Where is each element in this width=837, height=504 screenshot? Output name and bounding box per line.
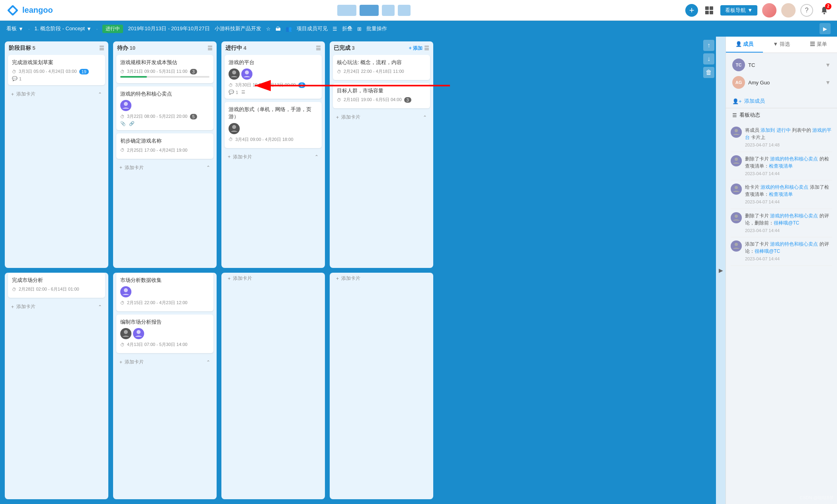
right-up-button[interactable]: ↑	[703, 40, 714, 51]
user-avatar-1[interactable]	[762, 3, 776, 18]
member-tc-filter-icon[interactable]: ▼	[825, 62, 831, 68]
panel-toggle-button[interactable]: ▶	[716, 37, 726, 504]
logo[interactable]: leangoo	[6, 4, 62, 17]
board-chevron-icon: ▼	[18, 26, 23, 32]
svg-rect-3	[710, 6, 713, 10]
activity-link-1b[interactable]: 进行中	[776, 127, 791, 133]
activity-link-1a[interactable]: 添加到	[761, 127, 775, 133]
card-game-cost-time: 3月21日 09:00 - 5月31日 11:00	[127, 68, 188, 74]
card-complete-game-plan-comment-count: 1	[19, 76, 22, 81]
card-core-gameplay[interactable]: 核心玩法: 概念，流程，内容 ⏱ 2月24日 22:00 - 4月18日 11:…	[333, 55, 430, 80]
right-trash-button[interactable]: 🗑	[703, 67, 714, 78]
activity-list: 将成员 添加到 进行中 列表中的 游戏的平台 卡片上 2023-04-07 14…	[726, 122, 837, 504]
column-done-title: 已完成 3	[334, 45, 355, 52]
card-game-platform-avatar-1	[229, 68, 240, 80]
activity-link-2a[interactable]: 游戏的特色和核心卖点	[770, 156, 818, 162]
add-card-done-2[interactable]: + 添加卡片	[333, 273, 430, 284]
add-card-in-progress[interactable]: + 添加卡片 ⌃	[225, 151, 322, 163]
add-card-in-progress-2[interactable]: + 添加卡片	[225, 273, 322, 284]
card-game-name-meta: ⏱ 2月25日 17:00 - 4月24日 19:00	[120, 147, 209, 153]
card-core-gameplay-title: 核心玩法: 概念，流程，内容	[337, 59, 426, 66]
fold-label[interactable]: 折叠	[342, 25, 352, 32]
header-tab-1[interactable]	[337, 5, 356, 16]
header-tab-3[interactable]	[382, 5, 395, 16]
help-button[interactable]: ?	[800, 4, 813, 17]
add-card-stage-goals-2[interactable]: + 添加卡片 ⌃	[8, 301, 105, 313]
member-amy-filter-icon[interactable]: ▼	[825, 79, 831, 86]
card-game-features-links: 📎 🔗	[120, 121, 209, 126]
card-data-collection[interactable]: 市场分析数据收集 ⏱ 2月15日 22:00 - 4月23日 12:00	[116, 273, 213, 311]
add-card-done[interactable]: + 添加卡片 ⌃	[333, 111, 430, 123]
activity-link-3b[interactable]: 检查项清单	[769, 191, 793, 197]
activity-time-1: 2023-04-07 14:48	[745, 142, 832, 148]
activity-link-5b[interactable]: 很棒哦@TC	[755, 248, 780, 254]
add-button[interactable]: +	[685, 4, 698, 17]
member-amy-avatar: AG	[732, 76, 745, 89]
card-target-audience[interactable]: 目标人群，市场容量 ⏱ 2月10日 19:00 - 6月5日 04:00 3	[333, 83, 430, 108]
activity-link-2b[interactable]: 检查项清单	[769, 163, 793, 169]
tab-filter[interactable]: ▼ 筛选	[763, 37, 800, 53]
tab-members-label: 成员	[743, 41, 753, 47]
tab-members[interactable]: 👤 成员	[726, 37, 763, 53]
header-tab-4[interactable]	[398, 5, 411, 16]
column-in-progress-menu-icon[interactable]: ☰	[316, 45, 321, 51]
activity-link-4a[interactable]: 游戏的特色和核心卖点	[770, 213, 818, 219]
column-done-2-body: + 添加卡片	[330, 273, 433, 499]
activity-link-5a[interactable]: 游戏的特色和核心卖点	[770, 241, 818, 247]
card-game-features-meta: ⏱ 3月22日 08:00 - 5月22日 20:00 5	[120, 113, 209, 119]
card-analysis-report[interactable]: 编制市场分析报告 ⏱ 4月13日 07:00 - 5月30日 14:00	[116, 315, 213, 353]
activity-content-1: 将成员 添加到 进行中 列表中的 游戏的平台 卡片上 2023-04-07 14…	[745, 127, 832, 148]
card-game-format-avatar-1	[229, 123, 240, 134]
add-card-done-quick[interactable]: + 添加	[409, 45, 422, 52]
card-game-features[interactable]: 游戏的特色和核心卖点 ⏱ 3月22日 08:00 - 5月22日 20:00 5	[116, 86, 213, 130]
column-stage-goals-title: 阶段目标 5	[9, 45, 35, 52]
activity-title: ☰ 看板动态	[726, 108, 837, 122]
add-card-pending-2[interactable]: + 添加卡片 ⌃	[116, 356, 213, 368]
watermark: CSDN @哒哒B梦	[800, 495, 834, 501]
card-game-platform[interactable]: 游戏的平台 ⏱ 3月30日 19:00 - 6月13日 00:00	[225, 55, 322, 99]
card-market-analysis[interactable]: 完成市场分析 ⏱ 2月28日 02:00 - 6月14日 01:00	[8, 273, 105, 298]
user-avatar-2[interactable]	[781, 3, 796, 18]
card-data-collection-avatar-1	[120, 286, 131, 297]
clock-icon-9: ⏱	[12, 287, 16, 292]
column-in-progress-body: 游戏的平台 ⏱ 3月30日 19:00 - 6月13日 00:00	[221, 55, 325, 268]
card-game-format[interactable]: 游戏的形式（单机，网络，手游，页游） ⏱ 3月4日 09:00 - 4月20日 …	[225, 102, 322, 148]
svg-point-11	[124, 288, 128, 292]
grid-button[interactable]	[703, 4, 716, 17]
nav-button[interactable]: 看板导航 ▼	[720, 5, 757, 16]
column-pending-title: 待办 10	[117, 45, 135, 52]
board-nav[interactable]: 看板 ▼	[6, 25, 23, 32]
card-complete-game-plan[interactable]: 完成游戏策划草案 ⏱ 3月3日 05:00 - 4月24日 03:00 19 💬…	[8, 55, 105, 85]
clock-icon-11: ⏱	[120, 342, 125, 347]
add-member-button[interactable]: 👤+ 添加成员	[726, 94, 837, 108]
star-icon[interactable]: ☆	[266, 26, 271, 32]
add-card-pending[interactable]: + 添加卡片 ⌃	[116, 162, 213, 174]
column-pending-menu-icon[interactable]: ☰	[207, 45, 213, 51]
member-tc[interactable]: TC TC ▼	[729, 56, 834, 74]
members-icon: 👤	[735, 41, 742, 47]
card-game-features-badge: 5	[190, 114, 197, 119]
batch-label[interactable]: 批量操作	[366, 25, 387, 32]
member-amy[interactable]: AG Amy Guo ▼	[729, 74, 834, 91]
column-done-header: 已完成 3 + 添加 ☰	[330, 41, 433, 55]
add-card-pending-label: 添加卡片	[125, 164, 144, 171]
card-game-platform-avatars	[229, 68, 318, 80]
column-in-progress-header: 进行中 4 ☰	[221, 41, 325, 55]
add-card-stage-goals[interactable]: + 添加卡片 ⌃	[8, 88, 105, 100]
card-game-cost[interactable]: 游戏规模和开发成本预估 ⏱ 3月21日 09:00 - 5月31日 11:00 …	[116, 55, 213, 83]
fold-icon: ☰	[332, 26, 337, 32]
column-stage-goals-menu-icon[interactable]: ☰	[99, 45, 104, 51]
notification-button[interactable]: 2	[818, 4, 831, 17]
right-down-button[interactable]: ↓	[703, 53, 714, 64]
column-done-menu-icon[interactable]: ☰	[424, 45, 429, 51]
activity-link-4b[interactable]: 很棒哦@TC	[774, 220, 799, 226]
card-game-name[interactable]: 初步确定游戏名称 ⏱ 2月25日 17:00 - 4月24日 19:00	[116, 133, 213, 158]
header-tab-2[interactable]	[360, 5, 379, 16]
expand-button[interactable]: ▶	[819, 23, 831, 34]
activity-content-4: 删除了卡片 游戏的特色和核心卖点 的评论，删除前：很棒哦@TC 2023-04-…	[745, 212, 832, 234]
svg-point-17	[735, 215, 738, 218]
stage-nav[interactable]: 1. 概念阶段 - Concept ▼	[35, 25, 92, 32]
svg-point-15	[735, 158, 738, 161]
activity-link-3a[interactable]: 游戏的特色和核心卖点	[761, 184, 808, 190]
tab-menu[interactable]: ☰ 菜单	[800, 37, 837, 53]
